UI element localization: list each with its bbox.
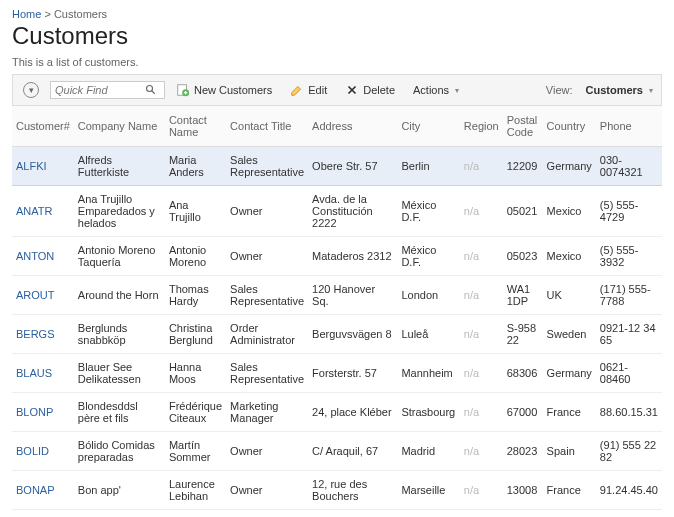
breadcrumb-home[interactable]: Home xyxy=(12,8,41,20)
table-row[interactable]: BOTTMBottom-Dollar MarketsElizabeth Linc… xyxy=(12,510,662,518)
view-value: Customers xyxy=(586,84,643,96)
breadcrumb-sep: > xyxy=(44,8,50,20)
cell-region: n/a xyxy=(460,432,503,471)
cell-postal: T2F 8M4 xyxy=(503,510,543,518)
cell-company: Bottom-Dollar Markets xyxy=(74,510,165,518)
cell-contact_name: Thomas Hardy xyxy=(165,276,226,315)
cell-phone: (604) 555-4729 xyxy=(596,510,662,518)
new-customers-label: New Customers xyxy=(194,84,272,96)
table-row[interactable]: BOLIDBólido Comidas preparadasMartín Som… xyxy=(12,432,662,471)
view-selector[interactable]: Customers ▾ xyxy=(581,81,658,99)
cell-id: AROUT xyxy=(12,276,74,315)
col-address[interactable]: Address xyxy=(308,106,397,147)
breadcrumb: Home > Customers xyxy=(12,8,662,20)
cell-contact_title: Marketing Manager xyxy=(226,393,308,432)
new-customers-button[interactable]: New Customers xyxy=(169,79,279,101)
cell-address: Berguvsvägen 8 xyxy=(308,315,397,354)
table-row[interactable]: BLAUSBlauer See DelikatessenHanna MoosSa… xyxy=(12,354,662,393)
col-phone[interactable]: Phone xyxy=(596,106,662,147)
cell-id: BOTTM xyxy=(12,510,74,518)
cell-country: Canada xyxy=(543,510,596,518)
cell-postal: 13008 xyxy=(503,471,543,510)
cell-city: London xyxy=(397,276,459,315)
cell-city: Strasbourg xyxy=(397,393,459,432)
col-country[interactable]: Country xyxy=(543,106,596,147)
view-label: View: xyxy=(546,84,573,96)
cell-id: BONAP xyxy=(12,471,74,510)
cell-country: Sweden xyxy=(543,315,596,354)
cell-contact_title: Sales Representative xyxy=(226,147,308,186)
quick-find-input[interactable] xyxy=(55,84,145,96)
toolbar: ▾ New Customers Edit Delete Actions ▾ Vi… xyxy=(12,74,662,106)
cell-city: Marseille xyxy=(397,471,459,510)
chevron-down-icon: ▾ xyxy=(455,86,459,95)
cell-phone: (5) 555-3932 xyxy=(596,237,662,276)
customer-id-link[interactable]: ANTON xyxy=(16,250,54,262)
cell-phone: 030-0074321 xyxy=(596,147,662,186)
cell-contact_title: Accounting Manager xyxy=(226,510,308,518)
cell-postal: S-958 22 xyxy=(503,315,543,354)
cell-country: Germany xyxy=(543,147,596,186)
customer-id-link[interactable]: ALFKI xyxy=(16,160,47,172)
table-row[interactable]: ALFKIAlfreds FutterkisteMaria AndersSale… xyxy=(12,147,662,186)
cell-address: 24, place Kléber xyxy=(308,393,397,432)
customer-id-link[interactable]: ANATR xyxy=(16,205,52,217)
col-contact-name[interactable]: Contact Name xyxy=(165,106,226,147)
table-row[interactable]: BLONPBlondesddsl père et filsFrédérique … xyxy=(12,393,662,432)
cell-phone: 0921-12 34 65 xyxy=(596,315,662,354)
edit-button[interactable]: Edit xyxy=(283,79,334,101)
search-icon[interactable] xyxy=(145,84,157,96)
delete-label: Delete xyxy=(363,84,395,96)
col-customer-id[interactable]: Customer# xyxy=(12,106,74,147)
cell-contact_name: Frédérique Citeaux xyxy=(165,393,226,432)
cell-address: Avda. de la Constitución 2222 xyxy=(308,186,397,237)
actions-menu-button[interactable]: Actions ▾ xyxy=(406,80,466,100)
cell-contact_name: Laurence Lebihan xyxy=(165,471,226,510)
cell-contact_name: Antonio Moreno xyxy=(165,237,226,276)
customer-id-link[interactable]: BOLID xyxy=(16,445,49,457)
chevron-down-icon: ▾ xyxy=(649,86,653,95)
col-city[interactable]: City xyxy=(397,106,459,147)
cell-address: Forsterstr. 57 xyxy=(308,354,397,393)
table-row[interactable]: ANTONAntonio Moreno TaqueríaAntonio More… xyxy=(12,237,662,276)
cell-id: ANTON xyxy=(12,237,74,276)
cell-phone: (171) 555-7788 xyxy=(596,276,662,315)
cell-address: 12, rue des Bouchers xyxy=(308,471,397,510)
cell-phone: 91.24.45.40 xyxy=(596,471,662,510)
col-company[interactable]: Company Name xyxy=(74,106,165,147)
cell-contact_title: Owner xyxy=(226,471,308,510)
cell-region: n/a xyxy=(460,237,503,276)
col-region[interactable]: Region xyxy=(460,106,503,147)
customer-id-link[interactable]: BLAUS xyxy=(16,367,52,379)
cell-phone: 0621-08460 xyxy=(596,354,662,393)
col-contact-title[interactable]: Contact Title xyxy=(226,106,308,147)
col-postal[interactable]: Postal Code xyxy=(503,106,543,147)
cell-city: Berlin xyxy=(397,147,459,186)
edit-label: Edit xyxy=(308,84,327,96)
table-row[interactable]: BERGSBerglunds snabbköpChristina Berglun… xyxy=(12,315,662,354)
cell-address: 120 Hanover Sq. xyxy=(308,276,397,315)
cell-company: Ana Trujillo Emparedados y helados xyxy=(74,186,165,237)
cell-postal: 05023 xyxy=(503,237,543,276)
cell-postal: 12209 xyxy=(503,147,543,186)
options-menu-button[interactable]: ▾ xyxy=(16,78,46,102)
cell-region: n/a xyxy=(460,147,503,186)
customer-id-link[interactable]: BLONP xyxy=(16,406,53,418)
cell-city: Luleå xyxy=(397,315,459,354)
delete-button[interactable]: Delete xyxy=(338,79,402,101)
table-row[interactable]: AROUTAround the HornThomas HardySales Re… xyxy=(12,276,662,315)
table-header-row: Customer# Company Name Contact Name Cont… xyxy=(12,106,662,147)
cell-id: BOLID xyxy=(12,432,74,471)
cell-country: France xyxy=(543,471,596,510)
customer-id-link[interactable]: AROUT xyxy=(16,289,55,301)
table-row[interactable]: ANATRAna Trujillo Emparedados y heladosA… xyxy=(12,186,662,237)
cell-company: Blauer See Delikatessen xyxy=(74,354,165,393)
customer-id-link[interactable]: BERGS xyxy=(16,328,55,340)
cell-id: BLONP xyxy=(12,393,74,432)
customer-id-link[interactable]: BONAP xyxy=(16,484,55,496)
cell-id: BLAUS xyxy=(12,354,74,393)
delete-icon xyxy=(345,83,359,97)
cell-country: Mexico xyxy=(543,237,596,276)
cell-id: ANATR xyxy=(12,186,74,237)
table-row[interactable]: BONAPBon app'Laurence LebihanOwner12, ru… xyxy=(12,471,662,510)
